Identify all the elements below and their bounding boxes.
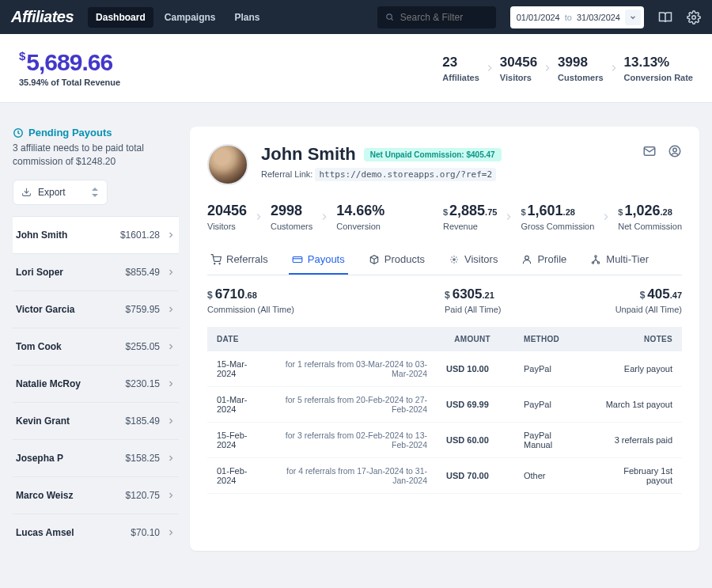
search-input[interactable] <box>400 12 488 23</box>
svg-marker-5 <box>92 194 98 197</box>
stat-customers: 2998Customers <box>271 203 312 231</box>
book-icon[interactable] <box>658 10 672 25</box>
cell-date: 15-Feb-2024 <box>207 423 271 458</box>
svg-rect-11 <box>293 256 302 262</box>
svg-point-14 <box>525 256 529 260</box>
cell-date: 01-Feb-2024 <box>207 458 271 494</box>
affiliate-name: John Smith <box>16 230 67 241</box>
tab-payouts[interactable]: Payouts <box>289 247 348 275</box>
affiliate-row[interactable]: Victor Garcia$759.95 <box>13 290 179 328</box>
tab-referrals[interactable]: Referrals <box>207 247 271 275</box>
svg-point-16 <box>593 261 594 263</box>
col-notes[interactable]: NOTES <box>587 327 682 351</box>
affiliate-row[interactable]: Josepha P$158.25 <box>13 439 179 476</box>
affiliate-name: Josepha P <box>16 453 63 464</box>
kpi-row: 23Affiliates 30456Visitors 3998Customers… <box>442 55 693 82</box>
chevron-right-icon <box>166 379 176 389</box>
affiliate-row[interactable]: Lori Soper$855.49 <box>13 253 179 290</box>
total-unpaid-alltime: $405.47Unpaid (All Time) <box>615 286 682 314</box>
col-date[interactable]: DATE <box>207 327 271 351</box>
nav-tabs: Dashboard Campaigns Plans <box>88 7 267 28</box>
top-nav: Affiliates Dashboard Campaigns Plans 01/… <box>0 0 712 34</box>
affiliate-row[interactable]: Kevin Grant$185.49 <box>13 402 179 439</box>
affiliate-list: John Smith$1601.28Lori Soper$855.49Victo… <box>13 216 179 551</box>
chevron-right-icon <box>484 63 495 74</box>
cell-amount: USD 69.99 <box>437 387 500 423</box>
affiliate-amount: $70.10 <box>131 527 160 538</box>
tab-products[interactable]: Products <box>365 247 428 275</box>
affiliate-row[interactable]: Marco Weisz$120.75 <box>13 476 179 514</box>
cell-method: Other <box>500 458 587 494</box>
table-header: DATE AMOUNT METHOD NOTES <box>207 327 682 351</box>
cell-desc: for 5 referrals from 20-Feb-2024 to 27-F… <box>271 387 437 423</box>
stat-visitors: 20456Visitors <box>207 203 247 231</box>
svg-point-13 <box>453 258 455 260</box>
affiliate-row[interactable]: Lucas Amsel$70.10 <box>13 514 179 551</box>
tab-multitier[interactable]: Multi-Tier <box>587 247 652 275</box>
cell-date: 15-Mar-2024 <box>207 351 271 387</box>
brand-logo: Affiliates <box>11 8 74 26</box>
affiliate-amount: $120.75 <box>126 490 160 501</box>
tab-visitors[interactable]: Visitors <box>445 247 501 275</box>
profile-name: John Smith <box>261 144 356 165</box>
cell-amount: USD 70.00 <box>437 458 500 494</box>
cell-desc: for 3 referrals from 02-Feb-2024 to 13-F… <box>271 423 437 458</box>
total-subtext: 35.94% of Total Revenue <box>19 78 120 87</box>
affiliate-amount: $855.49 <box>126 267 160 278</box>
chevron-right-icon <box>166 453 176 463</box>
affiliate-amount: $185.49 <box>126 415 160 427</box>
total-commission-alltime: $6710.68Commission (All Time) <box>207 286 294 314</box>
chevron-right-icon <box>608 63 619 74</box>
affiliate-name: Lucas Amsel <box>16 527 74 538</box>
export-button[interactable]: Export <box>13 180 108 205</box>
nav-tab-dashboard[interactable]: Dashboard <box>88 7 153 28</box>
tab-profile[interactable]: Profile <box>518 247 570 275</box>
svg-point-8 <box>673 148 677 152</box>
mail-icon[interactable] <box>642 144 657 158</box>
col-desc <box>271 327 437 351</box>
table-row[interactable]: 01-Feb-2024for 4 referrals from 17-Jan-2… <box>207 458 682 494</box>
col-amount[interactable]: AMOUNT <box>437 327 500 351</box>
chevron-right-icon <box>319 211 330 222</box>
cell-notes: February 1st payout <box>587 458 682 494</box>
pending-payouts-box: Pending Payouts 3 affiliate needs to be … <box>13 127 179 169</box>
svg-line-1 <box>391 19 392 21</box>
affiliate-row[interactable]: Tom Cook$255.05 <box>13 328 179 365</box>
affiliate-amount: $255.05 <box>126 341 160 352</box>
affiliate-row[interactable]: John Smith$1601.28 <box>13 216 179 253</box>
sort-icon <box>91 187 99 198</box>
date-to: 31/03/2024 <box>577 13 620 22</box>
affiliate-amount: $1601.28 <box>120 230 160 241</box>
date-range-picker[interactable]: 01/01/2024 to 31/03/2024 <box>510 6 644 28</box>
affiliate-amount: $759.95 <box>126 304 160 315</box>
affiliate-row[interactable]: Natalie McRoy$230.15 <box>13 365 179 402</box>
table-row[interactable]: 15-Mar-2024for 1 referrals from 03-Mar-2… <box>207 351 682 387</box>
user-circle-icon[interactable] <box>668 144 682 158</box>
nav-tab-campaigns[interactable]: Campaigns <box>157 7 224 28</box>
pending-text: 3 affiliate needs to be paid total commi… <box>13 142 179 169</box>
gear-icon[interactable] <box>687 10 701 25</box>
summary-bar: $5,689.66 35.94% of Total Revenue 23Affi… <box>0 34 712 103</box>
col-method[interactable]: METHOD <box>500 327 587 351</box>
nav-tab-plans[interactable]: Plans <box>226 7 267 28</box>
pending-title: Pending Payouts <box>28 127 112 138</box>
cell-date: 01-Mar-2024 <box>207 387 271 423</box>
referral-url[interactable]: https://demo.storeapps.org/?ref=2 <box>315 168 496 181</box>
chevron-right-icon <box>600 211 612 222</box>
chevron-right-icon <box>166 491 176 500</box>
payouts-table: DATE AMOUNT METHOD NOTES 15-Mar-2024for … <box>207 327 682 494</box>
svg-point-0 <box>387 14 392 19</box>
cell-notes: 3 referrals paid <box>587 423 682 458</box>
referral-label: Referral Link: <box>261 169 312 179</box>
stat-conversion: 14.66%Conversion <box>336 203 384 231</box>
affiliate-amount: $158.25 <box>126 453 160 464</box>
chevron-right-icon <box>503 211 514 222</box>
referral-link-row: Referral Link: https://demo.storeapps.or… <box>261 169 630 180</box>
total-amount: 5,689.66 <box>26 49 112 75</box>
cell-notes: March 1st payout <box>587 387 682 423</box>
table-row[interactable]: 15-Feb-2024for 3 referrals from 02-Feb-2… <box>207 423 682 458</box>
table-row[interactable]: 01-Mar-2024for 5 referrals from 20-Feb-2… <box>207 387 682 423</box>
search-box[interactable] <box>377 6 496 28</box>
svg-marker-4 <box>92 188 98 191</box>
chevron-right-icon <box>166 305 176 314</box>
